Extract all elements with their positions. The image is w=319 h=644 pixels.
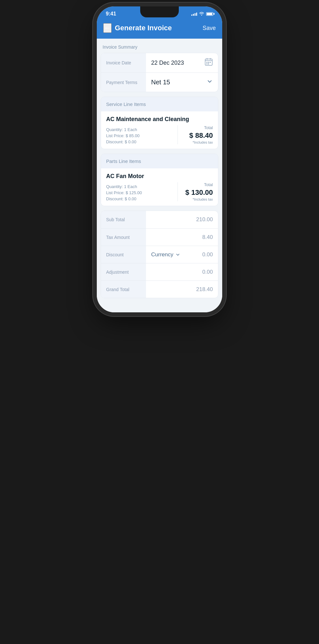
- adjustment-row: Adjustment 0.00: [101, 263, 218, 280]
- adjustment-value: 0.00: [146, 264, 218, 280]
- payment-terms-row: Payment Terms Net 15: [101, 72, 218, 92]
- service-item-left: Quantity: 1 Each List Price: $ 85.00 Dis…: [106, 127, 140, 144]
- parts-line-item-body: AC Fan Motor Quantity: 1 Each List Price…: [101, 168, 218, 206]
- invoice-date-row: Invoice Date 22 Dec 2023: [101, 53, 218, 72]
- svg-rect-1: [206, 62, 207, 63]
- discount-value: 0.00: [202, 251, 213, 258]
- parts-discount: Discount: $ 0.00: [106, 196, 142, 201]
- payment-terms-dropdown-icon[interactable]: [206, 78, 213, 86]
- grand-total-label: Grand Total: [101, 281, 146, 298]
- sub-total-value: 210.00: [146, 212, 218, 227]
- currency-label: Currency: [151, 251, 173, 258]
- tax-amount-label: Tax Amount: [101, 229, 146, 246]
- service-line-items-header: Service Line Items: [101, 97, 218, 111]
- wifi-icon: [199, 11, 204, 16]
- service-line-items-section: Service Line Items AC Maintenance and Cl…: [101, 97, 218, 149]
- grand-total-value: 218.40: [146, 282, 218, 297]
- currency-chevron-icon: [175, 252, 180, 257]
- parts-line-items-section: Parts Line Items AC Fan Motor Quantity: …: [101, 154, 218, 206]
- svg-rect-2: [208, 62, 209, 63]
- main-content: Invoice Summary Invoice Date 22 Dec 2023: [97, 39, 222, 312]
- status-time: 9:41: [106, 11, 116, 17]
- invoice-summary-label: Invoice Summary: [97, 39, 222, 53]
- parts-line-items-header: Parts Line Items: [101, 154, 218, 168]
- discount-value-container[interactable]: Currency 0.00: [146, 247, 218, 262]
- parts-list-price: List Price: $ 125.00: [106, 190, 142, 195]
- service-quantity: Quantity: 1 Each: [106, 127, 140, 132]
- service-line-item-body: AC Maintenance and Cleaning Quantity: 1 …: [101, 111, 218, 149]
- parts-item-details: Quantity: 1 Each List Price: $ 125.00 Di…: [106, 182, 213, 201]
- payment-terms-label: Payment Terms: [101, 73, 146, 92]
- parts-tax-note: *Includes tax: [183, 197, 213, 201]
- grand-total-row: Grand Total 218.40: [101, 280, 218, 298]
- adjustment-label: Adjustment: [101, 263, 146, 280]
- parts-quantity: Quantity: 1 Each: [106, 184, 142, 189]
- status-icons: [191, 11, 213, 16]
- currency-dropdown[interactable]: Currency: [151, 251, 180, 258]
- parts-item-total: Total $ 130.00 *Includes tax: [178, 182, 213, 201]
- totals-card: Sub Total 210.00 Tax Amount 8.40 Discoun…: [101, 211, 218, 298]
- service-total-label: Total: [183, 125, 213, 130]
- parts-item-name: AC Fan Motor: [106, 173, 213, 180]
- invoice-date-value: 22 Dec 2023: [151, 60, 184, 66]
- parts-total-label: Total: [183, 182, 213, 187]
- notch: [140, 6, 179, 17]
- invoice-date-label: Invoice Date: [101, 53, 146, 72]
- invoice-summary-card: Invoice Date 22 Dec 2023: [101, 53, 218, 92]
- service-item-total: Total $ 88.40 *Includes tax: [178, 125, 213, 144]
- parts-item-left: Quantity: 1 Each List Price: $ 125.00 Di…: [106, 184, 142, 201]
- svg-rect-4: [206, 63, 207, 64]
- tax-amount-row: Tax Amount 8.40: [101, 228, 218, 246]
- battery-icon: [206, 12, 213, 16]
- service-item-name: AC Maintenance and Cleaning: [106, 116, 213, 123]
- discount-row: Discount Currency 0.00: [101, 246, 218, 263]
- service-total-value: $ 88.40: [183, 131, 213, 140]
- service-discount: Discount: $ 0.00: [106, 139, 140, 144]
- header: ← Generate Invoice Save: [97, 19, 222, 39]
- sub-total-label: Sub Total: [101, 211, 146, 228]
- service-tax-note: *Includes tax: [183, 140, 213, 144]
- payment-terms-value-container[interactable]: Net 15: [146, 74, 218, 91]
- page-title: Generate Invoice: [115, 24, 172, 32]
- service-list-price: List Price: $ 85.00: [106, 133, 140, 138]
- parts-total-value: $ 130.00: [183, 188, 213, 197]
- invoice-date-value-container[interactable]: 22 Dec 2023: [146, 53, 218, 72]
- save-button[interactable]: Save: [203, 25, 216, 32]
- signal-bars-icon: [191, 12, 197, 16]
- calendar-icon[interactable]: [205, 58, 213, 68]
- header-left: ← Generate Invoice: [103, 23, 172, 33]
- phone-frame: 9:41 ← Generate Invoice Save: [97, 6, 222, 312]
- service-item-details: Quantity: 1 Each List Price: $ 85.00 Dis…: [106, 125, 213, 144]
- status-bar: 9:41: [97, 6, 222, 19]
- tax-amount-value: 8.40: [146, 230, 218, 245]
- svg-rect-3: [210, 62, 211, 63]
- sub-total-row: Sub Total 210.00: [101, 211, 218, 228]
- discount-label: Discount: [101, 246, 146, 263]
- svg-rect-5: [208, 63, 209, 64]
- payment-terms-value: Net 15: [151, 79, 170, 86]
- back-button[interactable]: ←: [103, 23, 112, 33]
